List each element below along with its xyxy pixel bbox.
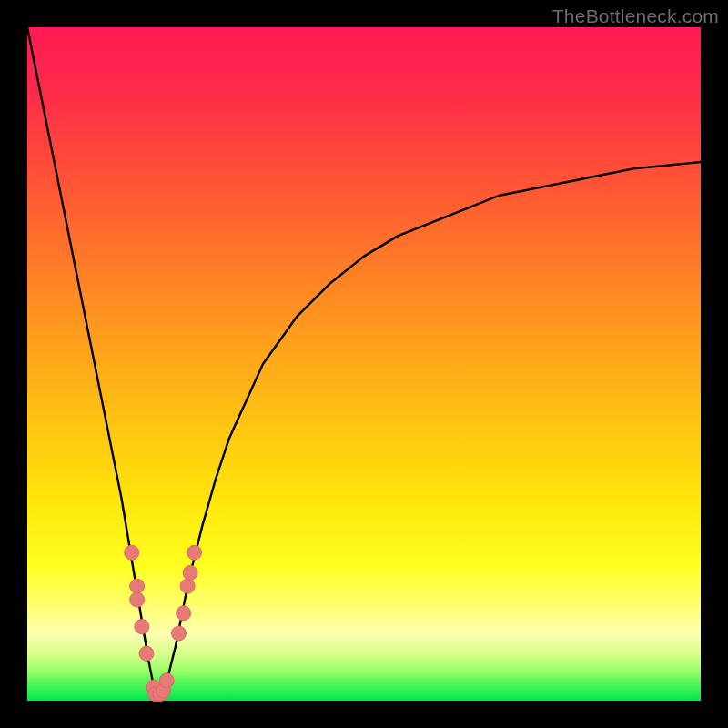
plot-background [27,27,701,701]
data-marker [187,545,202,560]
bottleneck-chart: TheBottleneck.com [0,0,728,728]
data-marker [159,673,174,688]
data-marker [125,545,139,560]
data-marker [130,579,145,593]
watermark-text: TheBottleneck.com [552,5,719,27]
data-marker [130,592,145,607]
data-marker [172,626,187,641]
data-marker [177,606,191,621]
data-marker [183,565,197,580]
data-marker [180,579,195,593]
data-marker [139,646,154,661]
chart-svg [0,0,728,728]
data-marker [135,620,149,634]
